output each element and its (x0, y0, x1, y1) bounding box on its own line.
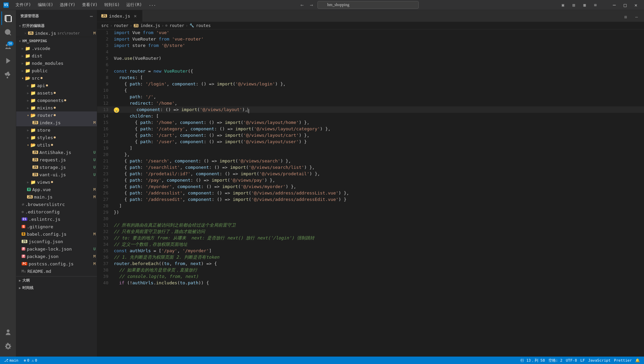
line-ending-text: LF (581, 358, 585, 363)
status-encoding[interactable]: UTF-8 (564, 357, 578, 364)
tree-item-utils[interactable]: ▾ 📂 utils (16, 141, 97, 149)
menu-goto[interactable]: 转到(G) (101, 1, 123, 9)
postcss-icon: PC (22, 262, 27, 265)
breadcrumb-routes[interactable]: routes (196, 23, 211, 28)
code-editor[interactable]: 1 import Vue from 'vue' 2 import VueRout… (97, 29, 644, 357)
code-line-24: 24 { path: '/pay', component: () => impo… (97, 177, 644, 183)
line-number: 10 (97, 87, 112, 94)
tree-item-vant-ui[interactable]: JS vant-ui.js U (16, 171, 97, 178)
menu-more[interactable]: ... (145, 1, 159, 9)
tree-item-babel[interactable]: B babel.config.js M (16, 230, 97, 238)
activity-search[interactable] (1, 26, 15, 39)
activity-settings[interactable] (1, 340, 15, 353)
close-editor-icon[interactable]: ✕ (24, 31, 27, 35)
tree-item-src[interactable]: ▾ 📂 src (16, 74, 97, 82)
maximize-btn[interactable]: □ (620, 0, 630, 10)
activity-run[interactable] (1, 54, 15, 68)
search-input[interactable] (317, 1, 419, 9)
line-number: 2 (97, 36, 112, 42)
layout-btn-2[interactable]: ▤ (569, 0, 578, 10)
menu-bar: 文件(F) 编辑(E) 选择(Y) 查看(V) 转到(G) 运行(R) ... (12, 1, 159, 9)
open-editor-item[interactable]: ✕ JS index.js src\router M (16, 29, 97, 37)
activity-account[interactable] (1, 326, 15, 339)
menu-run[interactable]: 运行(R) (123, 1, 145, 9)
status-git-branch[interactable]: ⎇ main (3, 357, 20, 364)
line-number: 38 (97, 267, 112, 273)
layout-btn-3[interactable]: ▦ (580, 0, 589, 10)
layout-btn-1[interactable]: ▣ (558, 0, 568, 10)
tree-item-pkg[interactable]: P package.json M (16, 253, 97, 260)
breadcrumb: src › router › JS index.js › ⊙ router › … (97, 22, 644, 29)
status-errors[interactable]: ⊗ 0 ⚠ 0 (23, 357, 39, 364)
tree-item-editorconfig[interactable]: ⊙ .editorconfig (16, 208, 97, 215)
minimize-btn[interactable]: ─ (610, 0, 619, 10)
menu-select[interactable]: 选择(Y) (56, 1, 79, 9)
new-file-icon[interactable]: ⋯ (90, 14, 93, 19)
tree-item-node-modules[interactable]: ▶ 📁 node_modules (16, 59, 97, 67)
outline-toggle[interactable]: ▶ 大纲 (16, 277, 97, 284)
activity-bottom (1, 326, 15, 357)
nav-forward[interactable]: → (308, 1, 315, 9)
tree-item-mixins[interactable]: ▶ 📁 mixins (16, 104, 97, 111)
tree-item-app-vue[interactable]: V App.vue M (16, 186, 97, 193)
tree-item-eslintrc[interactable]: ES .eslintrc.js (16, 215, 97, 223)
tab-index-js[interactable]: JS index.js ✕ (97, 10, 143, 22)
tree-item-router[interactable]: ▾ 📂 router (16, 111, 97, 119)
untracked-badge: U (93, 158, 96, 162)
tree-item-views[interactable]: ▶ 📁 views (16, 178, 97, 186)
status-line-col[interactable]: 行 13，列 58 (519, 357, 546, 364)
line-code: { path: '/login', component: () => impor… (112, 81, 644, 87)
tree-item-antishake[interactable]: JS AntiShake.js U (16, 149, 97, 156)
line-code: Vue.use(VueRouter) (112, 55, 644, 61)
tree-item-public[interactable]: ▶ 📁 public (16, 67, 97, 74)
menu-edit[interactable]: 编辑(E) (34, 1, 57, 9)
more-actions-btn[interactable]: ⋯ (632, 12, 641, 22)
tree-item-request[interactable]: JS request.js U (16, 156, 97, 163)
tree-item-styles[interactable]: ▶ 📁 styles (16, 134, 97, 141)
line-code: { path: '/myorder', component: () => imp… (112, 183, 644, 190)
menu-file[interactable]: 文件(F) (12, 1, 34, 9)
tree-item-jsconfig[interactable]: JS jsconfig.json (16, 238, 97, 245)
tree-item-postcss[interactable]: PC postcss.config.js M (16, 260, 97, 267)
tree-item-main-js[interactable]: JS main.js M (16, 193, 97, 201)
tree-item-storage[interactable]: JS storage.js U (16, 163, 97, 171)
activity-explorer[interactable] (1, 11, 15, 25)
tree-item-pkg-lock[interactable]: P package-lock.json U (16, 245, 97, 253)
status-language[interactable]: JavaScript (587, 357, 612, 364)
tree-item-assets[interactable]: ▶ 📁 assets (16, 89, 97, 97)
project-toggle[interactable]: ▾ HM_SHOPPING (16, 37, 97, 45)
status-line-ending[interactable]: LF (579, 357, 586, 364)
tree-item-components[interactable]: ▶ 📁 components (16, 97, 97, 104)
tree-item-readme[interactable]: M↓ README.md (16, 267, 97, 275)
tree-item-gitignore[interactable]: G .gitignore (16, 223, 97, 230)
file-name: storage.js (40, 165, 66, 170)
tree-item-store[interactable]: ▶ 📁 store (16, 126, 97, 134)
tree-item-index-js[interactable]: JS index.js M (16, 119, 97, 126)
timeline-toggle[interactable]: ▶ 时间线 (16, 284, 97, 291)
tree-chevron-open: ▾ (27, 113, 29, 117)
breadcrumb-router[interactable]: router (114, 23, 128, 28)
tree-item-browserslistrc[interactable]: ⊙ .browserslistrc (16, 201, 97, 208)
tree-item-vscode[interactable]: ▶ 📁 .vscode (16, 45, 97, 52)
activity-extensions[interactable] (1, 68, 15, 82)
activity-scm[interactable]: 58 (1, 40, 15, 53)
open-editors-toggle[interactable]: ▾ 打开的编辑器 (16, 22, 97, 29)
breadcrumb-file[interactable]: index.js (140, 23, 160, 28)
layout-btn-4[interactable]: ⊞ (591, 0, 600, 10)
status-spaces[interactable]: 空格: 2 (547, 357, 564, 364)
breadcrumb-router2[interactable]: router (170, 23, 184, 28)
line-number: 13 (97, 106, 112, 113)
status-prettier[interactable]: Prettier (613, 357, 633, 364)
tree-item-api[interactable]: ▶ 📁 api (16, 82, 97, 89)
menu-view[interactable]: 查看(V) (79, 1, 101, 9)
close-btn[interactable]: ✕ (631, 0, 641, 10)
code-table: 1 import Vue from 'vue' 2 import VueRout… (97, 29, 644, 286)
breadcrumb-src[interactable]: src (101, 23, 109, 28)
status-notification[interactable]: 🔔 (634, 357, 641, 364)
split-editor-btn[interactable]: ⊞ (621, 12, 630, 22)
nav-back[interactable]: ← (299, 1, 306, 9)
breadcrumb-sep: › (161, 23, 164, 28)
close-tab-btn[interactable]: ✕ (132, 13, 138, 19)
tree-item-dist[interactable]: ▶ 📁 dist (16, 52, 97, 59)
modified-dot (54, 136, 56, 138)
